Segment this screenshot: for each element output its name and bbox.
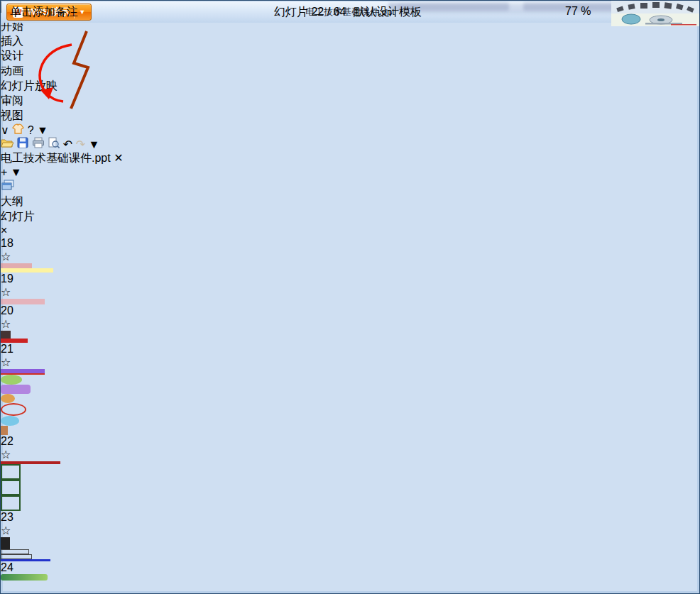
chevron-down-icon[interactable]: ▼ (37, 124, 48, 136)
slide-number: 20 (1, 304, 699, 317)
decor (1, 549, 29, 554)
thumbnail-row-21: 21☆ (1, 343, 699, 435)
thumbnail-row-24: 24 (1, 561, 699, 581)
thumbnail-row-18: 18☆ (1, 237, 699, 273)
slide-panel: 大纲 幻灯片 × 18☆ (1, 194, 699, 594)
decor (1, 480, 21, 495)
background-ghost (398, 4, 633, 13)
decor (1, 464, 21, 480)
slide-thumbnail[interactable] (1, 537, 699, 561)
thumbnail-row-22-selected[interactable]: 22☆ (1, 435, 699, 511)
wps-presentation-window: W WPS 演示 ▼ 电工技术基础课件.ppt ▬ ▢ ✕ 开始 插入 设计 动… (0, 0, 700, 594)
decor (1, 416, 19, 426)
new-tab-plus: + (1, 166, 7, 178)
thumbnail-row-20: 20☆ (1, 304, 699, 343)
slide-thumbnail[interactable] (1, 299, 699, 304)
animation-star-icon[interactable]: ☆ (1, 285, 699, 299)
decor (1, 495, 21, 511)
decor (1, 537, 10, 549)
document-tab-label: 电工技术基础课件.ppt (1, 152, 111, 164)
slide-counter: 幻灯片 22 / 64 (274, 5, 346, 20)
decor (1, 426, 8, 435)
help-icon[interactable]: ? (28, 124, 34, 136)
slide-thumbnail[interactable] (1, 574, 699, 581)
slide-number: 18 (1, 237, 699, 250)
decor (1, 554, 32, 559)
save-icon[interactable] (17, 138, 31, 150)
animation-star-icon[interactable]: ☆ (1, 524, 699, 537)
document-tab[interactable]: 电工技术基础课件.ppt ✕ (1, 151, 699, 166)
electronics-collage-image (611, 1, 699, 26)
decor (1, 369, 45, 375)
tab-slides[interactable]: 幻灯片 (1, 209, 699, 224)
quick-toolbar: ↶ ↷ ▼ 电工技术基础课件.ppt ✕ + ▼ (1, 137, 699, 194)
slide-thumbnail[interactable] (1, 263, 699, 273)
decor (1, 331, 11, 339)
thumbnail-row-19: 19☆ (1, 273, 699, 304)
redo-icon[interactable]: ↷ (76, 138, 85, 150)
slide-thumbnail[interactable] (1, 331, 699, 343)
close-tab-icon[interactable]: ✕ (114, 152, 123, 164)
new-tab-button[interactable]: + ▼ (1, 166, 699, 179)
notes-placeholder[interactable]: 单击添加备注 (10, 5, 78, 20)
slide-thumbnail[interactable] (1, 461, 699, 511)
decor (1, 403, 26, 416)
decor (1, 385, 31, 394)
chevron-down-icon: ▼ (11, 166, 22, 178)
slide-thumbnail[interactable] (1, 369, 699, 435)
slide-number: 22 (1, 435, 699, 448)
decor (1, 574, 48, 581)
animation-star-icon[interactable]: ☆ (1, 317, 699, 331)
slide-number: 23 (1, 511, 699, 524)
decor (1, 263, 32, 268)
skin-tshirt-icon[interactable] (12, 123, 24, 134)
animation-star-icon[interactable]: ☆ (1, 356, 699, 369)
close-panel-icon[interactable]: × (1, 224, 699, 237)
slide-number: 21 (1, 343, 699, 356)
scrollbar-thumb[interactable] (1, 581, 699, 594)
decor (1, 394, 15, 403)
tab-outline[interactable]: 大纲 (1, 194, 699, 209)
thumbnail-row-23: 23☆ (1, 511, 699, 561)
arrange-windows-icon[interactable] (1, 182, 15, 194)
slide-number: 24 (1, 561, 699, 574)
decor (1, 375, 22, 385)
sidebar-scrollbar[interactable] (1, 581, 699, 594)
zoom-level: 77 % (565, 5, 591, 18)
decor (1, 299, 45, 304)
open-file-icon[interactable] (1, 138, 17, 150)
slide-number: 19 (1, 273, 699, 285)
collapse-ribbon-icon[interactable]: ∨ (1, 124, 9, 136)
thumbnail-list: 18☆ 19☆ (1, 237, 699, 581)
template-name[interactable]: 默认设计模板 (354, 5, 422, 20)
undo-icon[interactable]: ↶ (63, 138, 72, 150)
animation-star-icon[interactable]: ☆ (1, 250, 699, 263)
animation-star-icon[interactable]: ☆ (1, 448, 699, 461)
print-preview-icon[interactable] (48, 138, 62, 150)
toolbar-options-icon[interactable]: ▼ (89, 138, 100, 150)
print-icon[interactable] (32, 138, 48, 150)
